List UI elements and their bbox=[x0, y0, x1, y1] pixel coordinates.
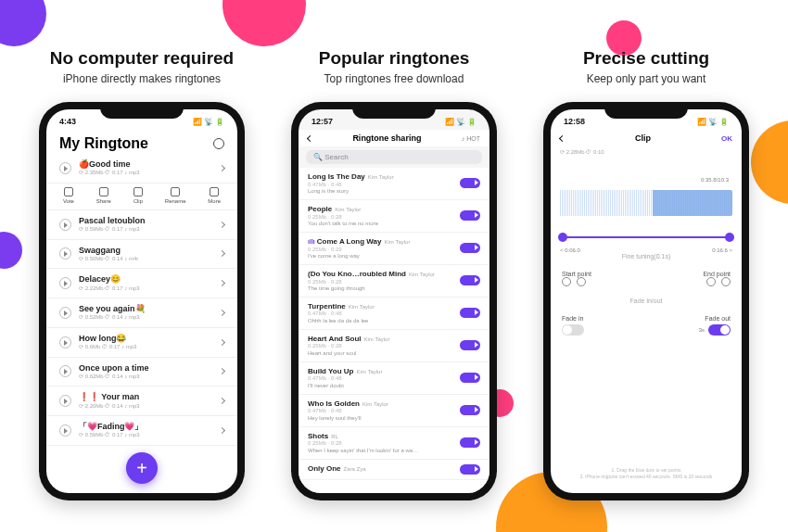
tool-share[interactable]: Share bbox=[96, 187, 111, 204]
download-button[interactable] bbox=[460, 405, 480, 415]
phone-notch bbox=[604, 102, 688, 119]
song-lyric: You don't talk to me no more bbox=[308, 221, 460, 227]
song-title: ıllı Come A Long WayKim Taylor bbox=[308, 237, 460, 247]
song-lyric: Heart and your soul bbox=[308, 350, 460, 357]
nav-bar: Ringtone sharing ♪ HOT bbox=[299, 130, 489, 146]
ringtone-item[interactable]: See you again💐⟳ 0.52Mb ⏱ 0:14 ♪ mp3 bbox=[46, 298, 237, 328]
handle-end[interactable] bbox=[725, 233, 734, 242]
gear-icon[interactable] bbox=[213, 138, 224, 149]
popular-item[interactable]: Long Is The DayKim Taylor0.47Mb · 0:48Lo… bbox=[299, 168, 489, 200]
tool-more[interactable]: More bbox=[208, 187, 221, 204]
download-button[interactable] bbox=[460, 437, 480, 448]
phone-frame: 4:43 📶 📡 🔋 My Ringtone 🍎Good time ⟳ 2.35… bbox=[39, 102, 245, 500]
handle-start[interactable] bbox=[558, 233, 567, 242]
song-meta: 0.25Mb · 0:28 bbox=[308, 440, 460, 447]
ringtone-list[interactable]: 🍎Good time ⟳ 2.35Mb ⏱ 0:17 ♪ mp3 Vote Sh… bbox=[46, 154, 237, 493]
song-title: How long😂 bbox=[79, 334, 212, 344]
fade-toggles: Fade in Fade out 3s bbox=[551, 310, 742, 341]
range-slider[interactable] bbox=[560, 236, 732, 238]
end-minus-button[interactable] bbox=[706, 277, 716, 286]
search-input[interactable]: 🔍 Search bbox=[306, 150, 482, 164]
range-end-label: 0:35.8/10.3 bbox=[701, 177, 729, 183]
back-icon[interactable] bbox=[559, 134, 566, 141]
play-icon[interactable] bbox=[59, 365, 71, 377]
status-time: 12:58 bbox=[564, 117, 585, 126]
tool-vote[interactable]: Vote bbox=[63, 187, 74, 204]
popular-item[interactable]: ShotsRL0.25Mb · 0:28When I keep sayin' t… bbox=[299, 427, 489, 460]
fade-out-label: Fade out bbox=[705, 315, 731, 322]
download-button[interactable] bbox=[460, 308, 480, 318]
status-icons: 📶 📡 🔋 bbox=[193, 118, 224, 126]
phone-notch bbox=[352, 102, 436, 119]
song-title: Delacey😊 bbox=[79, 274, 212, 285]
nav-title: Clip bbox=[635, 133, 651, 143]
play-icon[interactable] bbox=[59, 424, 71, 437]
fade-out-toggle[interactable] bbox=[708, 324, 731, 336]
ringtone-item[interactable]: Swaggang⟳ 0.50Mb ⏱ 0:14 ♪ m4r bbox=[46, 240, 237, 270]
phone-screen-3: 12:58 📶 📡 🔋 Clip OK ⟳ 2.28Mb ⏱ 0:10 0:35… bbox=[551, 109, 742, 493]
page-header: My Ringtone bbox=[46, 130, 237, 154]
ringtone-item[interactable]: ❗❗ Your man⟳ 2.20Mb ⏱ 0:14 ♪ mp3 bbox=[46, 386, 237, 416]
end-point-label: End point bbox=[703, 271, 731, 277]
download-button[interactable] bbox=[460, 340, 480, 350]
slider-end-label: 0:16.6 > bbox=[712, 247, 732, 253]
ringtone-item[interactable]: How long😂⟳ 0.6Mb ⏱ 0:17 ♪ mp3 bbox=[46, 328, 237, 358]
download-button[interactable] bbox=[460, 373, 480, 383]
download-button[interactable] bbox=[460, 464, 480, 475]
phone-frame: 12:57 📶 📡 🔋 Ringtone sharing ♪ HOT 🔍 Sea… bbox=[291, 102, 497, 500]
popular-item[interactable]: TurpentineKim Taylor0.47Mb · 0:48Ohhh la… bbox=[299, 298, 489, 330]
download-button[interactable] bbox=[460, 275, 480, 285]
start-plus-button[interactable] bbox=[577, 277, 586, 286]
song-title: Pascal letoublon bbox=[79, 216, 212, 226]
popular-item[interactable]: Only OneZara Zya bbox=[299, 460, 489, 480]
song-meta: ⟳ 0.50Mb ⏱ 0:14 ♪ m4r bbox=[79, 256, 212, 263]
song-title: 🍎Good time bbox=[79, 159, 212, 170]
popular-item[interactable]: Build You UpKim Taylor0.47Mb · 0:48I'll … bbox=[299, 362, 489, 395]
ringtone-item[interactable]: 「💗Fading💗」⟳ 0.59Mb ⏱ 0:17 ♪ mp3 bbox=[46, 416, 237, 446]
play-icon[interactable] bbox=[59, 277, 71, 289]
play-icon[interactable] bbox=[59, 162, 71, 174]
play-icon[interactable] bbox=[59, 336, 71, 348]
hot-link[interactable]: ♪ HOT bbox=[462, 135, 480, 142]
back-icon[interactable] bbox=[307, 134, 313, 141]
chevron-right-icon bbox=[219, 427, 225, 434]
popular-item[interactable]: Who Is GoldenKim Taylor0.47Mb · 0:48Hey … bbox=[299, 395, 489, 427]
play-icon[interactable] bbox=[59, 307, 71, 319]
status-time: 12:57 bbox=[311, 117, 333, 126]
download-button[interactable] bbox=[460, 178, 480, 188]
end-plus-button[interactable] bbox=[721, 277, 731, 286]
play-icon[interactable] bbox=[59, 395, 71, 407]
ringtone-item[interactable]: Delacey😊⟳ 2.22Mb ⏱ 0:17 ♪ mp3 bbox=[46, 269, 237, 298]
fade-in-toggle[interactable] bbox=[562, 324, 584, 336]
popular-item[interactable]: Heart And SoulKim Taylor0.25Mb · 0:28Hea… bbox=[299, 330, 489, 362]
tool-clip[interactable]: Clip bbox=[133, 187, 143, 204]
phone-notch bbox=[100, 102, 184, 119]
play-icon[interactable] bbox=[59, 219, 71, 231]
popular-item[interactable]: (Do You Kno…roubled MindKim Taylor0.25Mb… bbox=[299, 265, 489, 298]
ringtone-item[interactable]: Pascal letoublon⟳ 0.59Mb ⏱ 0:17 ♪ mp3 bbox=[46, 210, 237, 240]
download-button[interactable] bbox=[460, 210, 480, 221]
play-icon[interactable] bbox=[59, 247, 71, 260]
song-title: Long Is The DayKim Taylor bbox=[308, 172, 460, 182]
waveform-editor[interactable]: 0:35.8/10.3 < 0:06.0 0:16.6 > bbox=[560, 173, 732, 247]
ok-button[interactable]: OK bbox=[721, 134, 732, 143]
promo-card-3: Precise cutting Keep only part you want … bbox=[532, 20, 760, 502]
popular-item[interactable]: ıllı Come A Long WayKim Taylor0.25Mb · 0… bbox=[299, 233, 489, 265]
song-meta: 0.47Mb · 0:48 bbox=[308, 182, 460, 188]
song-meta: 0.47Mb · 0:48 bbox=[308, 310, 460, 317]
start-minus-button[interactable] bbox=[562, 277, 571, 286]
download-button[interactable] bbox=[460, 243, 480, 253]
song-meta: 0.47Mb · 0:48 bbox=[308, 408, 460, 414]
song-meta: 0.25Mb · 0:29 bbox=[308, 247, 460, 253]
ringtone-item[interactable]: Once upon a time⟳ 0.62Mb ⏱ 0:14 ♪ mp3 bbox=[46, 358, 237, 387]
add-button[interactable]: + bbox=[126, 452, 158, 484]
song-lyric: Hey lonely soul they'll bbox=[308, 415, 460, 422]
popular-item[interactable]: PeopleKim Taylor0.25Mb · 0:28You don't t… bbox=[299, 200, 489, 233]
song-lyric: I've come a long way bbox=[308, 253, 460, 260]
chevron-right-icon bbox=[219, 250, 225, 257]
popular-list[interactable]: Long Is The DayKim Taylor0.47Mb · 0:48Lo… bbox=[299, 168, 489, 493]
song-title: Only OneZara Zya bbox=[308, 464, 460, 474]
tool-rename[interactable]: Rename bbox=[165, 187, 186, 204]
ringtone-item-featured[interactable]: 🍎Good time ⟳ 2.35Mb ⏱ 0:17 ♪ mp3 bbox=[46, 154, 237, 184]
song-meta: ⟳ 2.35Mb ⏱ 0:17 ♪ mp3 bbox=[79, 170, 212, 177]
